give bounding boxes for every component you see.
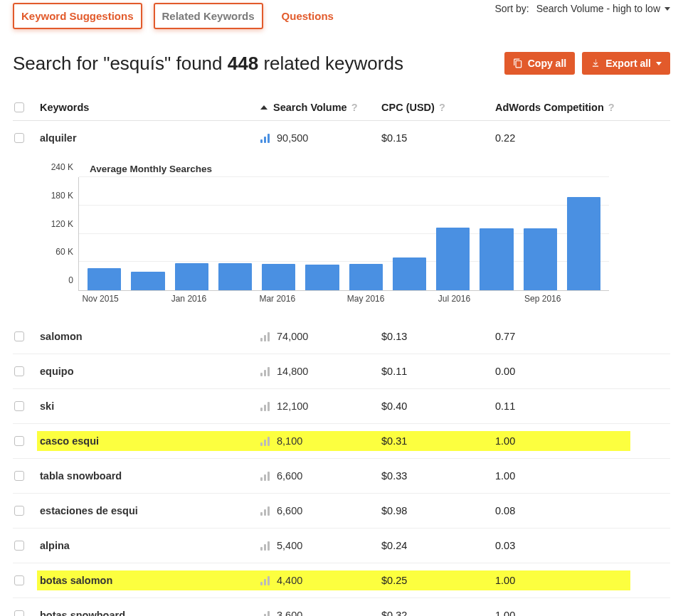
row-checkbox[interactable] [14, 133, 24, 143]
export-all-button[interactable]: Export all [582, 52, 670, 75]
trend-bars-icon[interactable] [260, 366, 270, 376]
x-tick-label: Nov 2015 [82, 294, 118, 304]
table-row: casco esqui8,100$0.311.00 [13, 424, 670, 459]
volume-cell: 6,600 [277, 505, 302, 516]
trend-bars-icon[interactable] [260, 506, 270, 516]
keyword-cell: tabla snowboard [40, 470, 122, 482]
row-checkbox[interactable] [14, 506, 24, 516]
y-tick-label: 120 K [51, 219, 79, 229]
row-checkbox[interactable] [14, 575, 24, 585]
adwords-cell: 0.77 [495, 326, 630, 346]
y-tick-label: 240 K [51, 162, 79, 172]
help-icon[interactable]: ? [351, 102, 358, 113]
sort-by-value-text: Search Volume - high to low [536, 3, 660, 14]
column-header-search-volume[interactable]: Search Volume ? [260, 102, 381, 113]
download-icon [591, 58, 600, 68]
table-row: salomon74,000$0.130.77 [13, 319, 670, 354]
volume-cell: 3,600 [277, 610, 302, 616]
sort-by-select[interactable]: Search Volume - high to low [536, 3, 670, 14]
trend-bars-icon[interactable] [260, 471, 270, 481]
volume-cell: 6,600 [277, 470, 302, 482]
chart-bar [349, 264, 383, 290]
tab-related-keywords[interactable]: Related Keywords [154, 3, 263, 29]
adwords-cell: 1.00 [495, 605, 630, 616]
y-tick-label: 60 K [55, 247, 79, 257]
chart-bar [436, 228, 470, 290]
x-tick-label: Jul 2016 [438, 294, 470, 304]
cpc-cell: $0.11 [381, 361, 495, 381]
x-tick-label: May 2016 [347, 294, 385, 304]
chart-title: Average Monthly Searches [90, 164, 609, 174]
copy-all-button[interactable]: Copy all [504, 52, 575, 75]
column-header-adwords[interactable]: AdWords Competition ? [495, 102, 630, 113]
volume-cell: 74,000 [277, 331, 308, 342]
sort-asc-icon [260, 105, 268, 110]
keyword-cell: alpina [40, 540, 70, 551]
select-all-checkbox[interactable] [14, 102, 24, 112]
table-row: estaciones de esqui6,600$0.980.08 [13, 494, 670, 529]
volume-cell: 90,500 [277, 132, 308, 144]
table-row: botas snowboard3,600$0.321.00 [13, 598, 670, 616]
column-header-cpc[interactable]: CPC (USD) ? [381, 102, 495, 113]
row-checkbox[interactable] [14, 366, 24, 376]
keywords-table: Keywords Search Volume ? CPC (USD) ? AdW… [13, 95, 670, 616]
x-tick-label: Jan 2016 [171, 294, 206, 304]
help-icon[interactable]: ? [439, 102, 445, 113]
trend-bars-icon[interactable] [260, 436, 270, 446]
chevron-down-icon [665, 7, 670, 11]
tab-keyword-suggestions[interactable]: Keyword Suggestions [13, 3, 142, 29]
cpc-cell: $0.33 [381, 466, 495, 486]
chart-bar [88, 268, 121, 290]
chart-bar [480, 228, 513, 290]
row-checkbox[interactable] [14, 331, 24, 341]
copy-icon [513, 58, 523, 68]
keyword-cell: estaciones de esqui [40, 505, 138, 516]
trend-bars-icon[interactable] [260, 401, 270, 411]
chart-bar [175, 263, 208, 290]
trend-chart: Average Monthly Searches060 K120 K180 K2… [47, 164, 609, 305]
chart-bar [131, 272, 164, 291]
adwords-cell: 1.00 [495, 431, 630, 451]
tab-questions[interactable]: Questions [275, 4, 341, 28]
cpc-cell: $0.24 [381, 536, 495, 556]
trend-bars-icon[interactable] [260, 133, 270, 143]
export-all-label: Export all [605, 58, 651, 69]
row-checkbox[interactable] [14, 436, 24, 446]
table-row: ski12,100$0.400.11 [13, 389, 670, 424]
adwords-cell: 0.03 [495, 536, 630, 556]
chart-bar [393, 257, 426, 290]
trend-bars-icon[interactable] [260, 575, 270, 585]
table-row: alpina5,400$0.240.03 [13, 529, 670, 563]
volume-cell: 5,400 [277, 540, 302, 551]
keyword-cell: botas salomon [40, 575, 112, 586]
adwords-cell: 0.22 [495, 128, 630, 148]
keyword-cell: casco esqui [40, 435, 99, 447]
row-checkbox[interactable] [14, 610, 24, 616]
cpc-cell: $0.40 [381, 396, 495, 416]
adwords-cell: 1.00 [495, 466, 630, 486]
chart-bar [218, 263, 252, 290]
trend-bars-icon[interactable] [260, 541, 270, 551]
y-tick-label: 0 [68, 275, 79, 285]
keyword-cell: botas snowboard [40, 610, 125, 616]
adwords-cell: 0.08 [495, 501, 630, 521]
chart-bar [262, 264, 295, 290]
x-tick-label: Mar 2016 [259, 294, 295, 304]
keyword-cell: alquiler [40, 132, 77, 144]
chart-bar [524, 228, 557, 290]
trend-bars-icon[interactable] [260, 610, 270, 616]
column-header-keywords[interactable]: Keywords [40, 102, 260, 113]
row-checkbox[interactable] [14, 401, 24, 411]
row-checkbox[interactable] [14, 471, 24, 481]
sort-by-label: Sort by: [494, 3, 529, 14]
y-tick-label: 180 K [51, 191, 79, 201]
chart-bar [567, 197, 600, 290]
help-icon[interactable]: ? [608, 102, 615, 113]
row-checkbox[interactable] [14, 541, 24, 551]
table-row: tabla snowboard6,600$0.331.00 [13, 459, 670, 494]
chevron-down-icon [656, 62, 662, 65]
cpc-cell: $0.98 [381, 501, 495, 521]
x-tick-label: Sep 2016 [524, 294, 561, 304]
adwords-cell: 1.00 [495, 570, 630, 590]
trend-bars-icon[interactable] [260, 331, 270, 341]
